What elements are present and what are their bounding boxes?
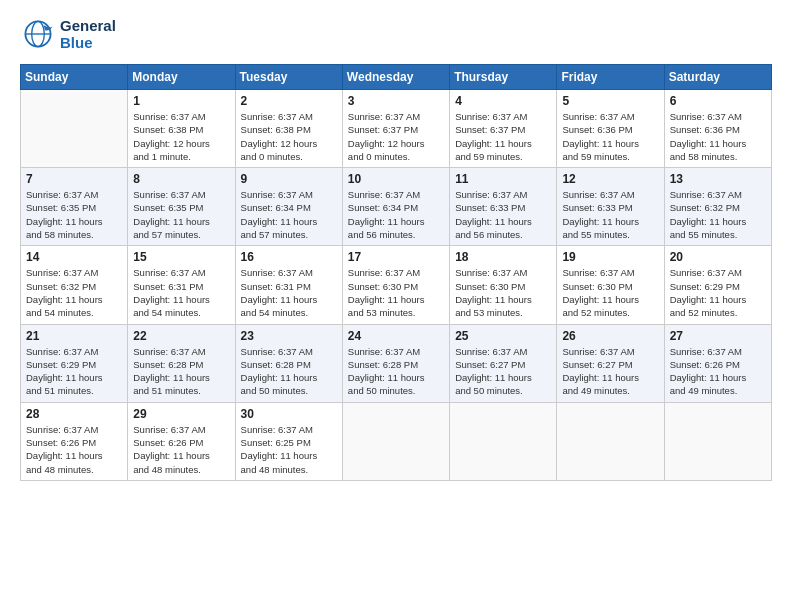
calendar-cell: 16Sunrise: 6:37 AM Sunset: 6:31 PM Dayli… <box>235 246 342 324</box>
calendar-week-4: 21Sunrise: 6:37 AM Sunset: 6:29 PM Dayli… <box>21 324 772 402</box>
day-number: 4 <box>455 94 551 108</box>
calendar-cell <box>664 402 771 480</box>
col-sunday: Sunday <box>21 65 128 90</box>
day-info: Sunrise: 6:37 AM Sunset: 6:30 PM Dayligh… <box>348 266 444 319</box>
day-info: Sunrise: 6:37 AM Sunset: 6:37 PM Dayligh… <box>455 110 551 163</box>
col-wednesday: Wednesday <box>342 65 449 90</box>
day-number: 26 <box>562 329 658 343</box>
calendar-cell: 29Sunrise: 6:37 AM Sunset: 6:26 PM Dayli… <box>128 402 235 480</box>
day-number: 1 <box>133 94 229 108</box>
calendar-cell: 1Sunrise: 6:37 AM Sunset: 6:38 PM Daylig… <box>128 90 235 168</box>
logo-icon <box>20 16 56 52</box>
calendar-cell: 4Sunrise: 6:37 AM Sunset: 6:37 PM Daylig… <box>450 90 557 168</box>
calendar-cell: 30Sunrise: 6:37 AM Sunset: 6:25 PM Dayli… <box>235 402 342 480</box>
header: General Blue <box>20 16 772 52</box>
day-number: 11 <box>455 172 551 186</box>
calendar-cell: 18Sunrise: 6:37 AM Sunset: 6:30 PM Dayli… <box>450 246 557 324</box>
day-number: 23 <box>241 329 337 343</box>
day-info: Sunrise: 6:37 AM Sunset: 6:32 PM Dayligh… <box>26 266 122 319</box>
day-info: Sunrise: 6:37 AM Sunset: 6:27 PM Dayligh… <box>562 345 658 398</box>
day-number: 7 <box>26 172 122 186</box>
day-info: Sunrise: 6:37 AM Sunset: 6:34 PM Dayligh… <box>241 188 337 241</box>
calendar-week-3: 14Sunrise: 6:37 AM Sunset: 6:32 PM Dayli… <box>21 246 772 324</box>
day-info: Sunrise: 6:37 AM Sunset: 6:30 PM Dayligh… <box>562 266 658 319</box>
day-number: 27 <box>670 329 766 343</box>
logo-text: General Blue <box>60 17 116 51</box>
day-info: Sunrise: 6:37 AM Sunset: 6:33 PM Dayligh… <box>455 188 551 241</box>
day-info: Sunrise: 6:37 AM Sunset: 6:30 PM Dayligh… <box>455 266 551 319</box>
calendar-cell: 7Sunrise: 6:37 AM Sunset: 6:35 PM Daylig… <box>21 168 128 246</box>
day-info: Sunrise: 6:37 AM Sunset: 6:29 PM Dayligh… <box>26 345 122 398</box>
day-number: 2 <box>241 94 337 108</box>
calendar-table: Sunday Monday Tuesday Wednesday Thursday… <box>20 64 772 481</box>
day-info: Sunrise: 6:37 AM Sunset: 6:26 PM Dayligh… <box>670 345 766 398</box>
calendar-cell: 14Sunrise: 6:37 AM Sunset: 6:32 PM Dayli… <box>21 246 128 324</box>
calendar-cell: 11Sunrise: 6:37 AM Sunset: 6:33 PM Dayli… <box>450 168 557 246</box>
day-info: Sunrise: 6:37 AM Sunset: 6:36 PM Dayligh… <box>562 110 658 163</box>
day-info: Sunrise: 6:37 AM Sunset: 6:37 PM Dayligh… <box>348 110 444 163</box>
day-number: 20 <box>670 250 766 264</box>
day-info: Sunrise: 6:37 AM Sunset: 6:29 PM Dayligh… <box>670 266 766 319</box>
calendar-cell: 10Sunrise: 6:37 AM Sunset: 6:34 PM Dayli… <box>342 168 449 246</box>
day-number: 19 <box>562 250 658 264</box>
col-friday: Friday <box>557 65 664 90</box>
day-number: 14 <box>26 250 122 264</box>
calendar-week-5: 28Sunrise: 6:37 AM Sunset: 6:26 PM Dayli… <box>21 402 772 480</box>
day-info: Sunrise: 6:37 AM Sunset: 6:32 PM Dayligh… <box>670 188 766 241</box>
calendar-cell: 21Sunrise: 6:37 AM Sunset: 6:29 PM Dayli… <box>21 324 128 402</box>
day-number: 21 <box>26 329 122 343</box>
header-row: Sunday Monday Tuesday Wednesday Thursday… <box>21 65 772 90</box>
day-info: Sunrise: 6:37 AM Sunset: 6:38 PM Dayligh… <box>133 110 229 163</box>
day-info: Sunrise: 6:37 AM Sunset: 6:36 PM Dayligh… <box>670 110 766 163</box>
day-info: Sunrise: 6:37 AM Sunset: 6:34 PM Dayligh… <box>348 188 444 241</box>
calendar-cell: 23Sunrise: 6:37 AM Sunset: 6:28 PM Dayli… <box>235 324 342 402</box>
calendar-cell: 13Sunrise: 6:37 AM Sunset: 6:32 PM Dayli… <box>664 168 771 246</box>
day-number: 29 <box>133 407 229 421</box>
day-number: 30 <box>241 407 337 421</box>
day-number: 3 <box>348 94 444 108</box>
day-info: Sunrise: 6:37 AM Sunset: 6:33 PM Dayligh… <box>562 188 658 241</box>
calendar-cell: 27Sunrise: 6:37 AM Sunset: 6:26 PM Dayli… <box>664 324 771 402</box>
day-number: 15 <box>133 250 229 264</box>
calendar-cell: 5Sunrise: 6:37 AM Sunset: 6:36 PM Daylig… <box>557 90 664 168</box>
col-thursday: Thursday <box>450 65 557 90</box>
logo: General Blue <box>20 16 116 52</box>
day-number: 22 <box>133 329 229 343</box>
day-info: Sunrise: 6:37 AM Sunset: 6:26 PM Dayligh… <box>133 423 229 476</box>
calendar-cell <box>450 402 557 480</box>
day-number: 17 <box>348 250 444 264</box>
day-info: Sunrise: 6:37 AM Sunset: 6:28 PM Dayligh… <box>241 345 337 398</box>
day-number: 28 <box>26 407 122 421</box>
calendar-cell: 20Sunrise: 6:37 AM Sunset: 6:29 PM Dayli… <box>664 246 771 324</box>
calendar-cell: 3Sunrise: 6:37 AM Sunset: 6:37 PM Daylig… <box>342 90 449 168</box>
calendar-cell <box>557 402 664 480</box>
day-info: Sunrise: 6:37 AM Sunset: 6:31 PM Dayligh… <box>241 266 337 319</box>
day-number: 12 <box>562 172 658 186</box>
calendar-cell: 26Sunrise: 6:37 AM Sunset: 6:27 PM Dayli… <box>557 324 664 402</box>
page: General Blue Sunday Monday Tuesday Wedne… <box>0 0 792 612</box>
day-number: 6 <box>670 94 766 108</box>
calendar-week-2: 7Sunrise: 6:37 AM Sunset: 6:35 PM Daylig… <box>21 168 772 246</box>
calendar-cell: 12Sunrise: 6:37 AM Sunset: 6:33 PM Dayli… <box>557 168 664 246</box>
calendar-cell: 2Sunrise: 6:37 AM Sunset: 6:38 PM Daylig… <box>235 90 342 168</box>
col-tuesday: Tuesday <box>235 65 342 90</box>
day-number: 9 <box>241 172 337 186</box>
day-number: 13 <box>670 172 766 186</box>
day-number: 5 <box>562 94 658 108</box>
day-info: Sunrise: 6:37 AM Sunset: 6:38 PM Dayligh… <box>241 110 337 163</box>
calendar-cell: 9Sunrise: 6:37 AM Sunset: 6:34 PM Daylig… <box>235 168 342 246</box>
day-info: Sunrise: 6:37 AM Sunset: 6:25 PM Dayligh… <box>241 423 337 476</box>
day-info: Sunrise: 6:37 AM Sunset: 6:35 PM Dayligh… <box>26 188 122 241</box>
day-info: Sunrise: 6:37 AM Sunset: 6:26 PM Dayligh… <box>26 423 122 476</box>
calendar-cell: 15Sunrise: 6:37 AM Sunset: 6:31 PM Dayli… <box>128 246 235 324</box>
day-number: 24 <box>348 329 444 343</box>
day-number: 18 <box>455 250 551 264</box>
calendar-cell: 6Sunrise: 6:37 AM Sunset: 6:36 PM Daylig… <box>664 90 771 168</box>
day-info: Sunrise: 6:37 AM Sunset: 6:28 PM Dayligh… <box>133 345 229 398</box>
calendar-cell: 28Sunrise: 6:37 AM Sunset: 6:26 PM Dayli… <box>21 402 128 480</box>
col-saturday: Saturday <box>664 65 771 90</box>
day-info: Sunrise: 6:37 AM Sunset: 6:35 PM Dayligh… <box>133 188 229 241</box>
day-info: Sunrise: 6:37 AM Sunset: 6:28 PM Dayligh… <box>348 345 444 398</box>
calendar-cell: 25Sunrise: 6:37 AM Sunset: 6:27 PM Dayli… <box>450 324 557 402</box>
day-number: 10 <box>348 172 444 186</box>
